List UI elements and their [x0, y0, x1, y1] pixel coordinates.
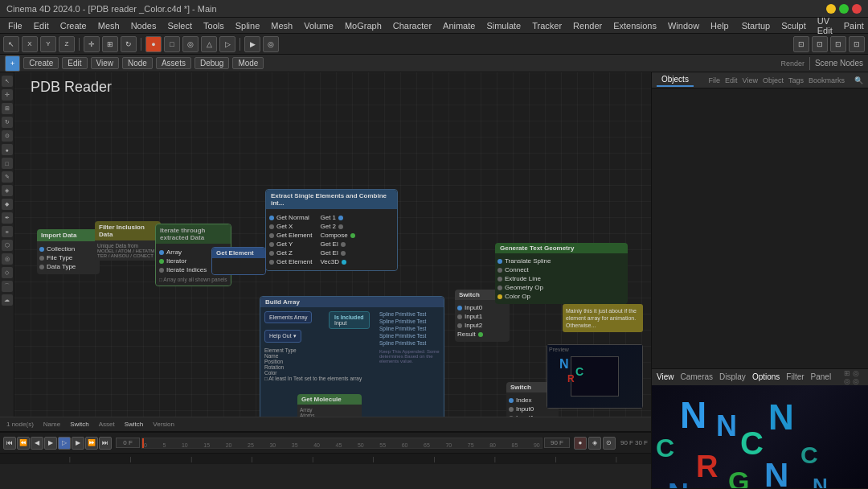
sidebar-brush[interactable]: ◆: [2, 199, 13, 210]
menu-volume[interactable]: Volume: [299, 19, 338, 32]
node-gen-text[interactable]: Generate Text Geometry Translate Spline …: [495, 243, 628, 304]
menu-window[interactable]: Window: [663, 19, 704, 32]
menu-tools[interactable]: Tools: [199, 19, 229, 32]
obj-file[interactable]: File: [709, 76, 721, 84]
layout-paint[interactable]: Paint: [839, 19, 868, 32]
obj-object[interactable]: Object: [763, 76, 784, 84]
sec-view[interactable]: View: [91, 57, 120, 69]
sec-assets[interactable]: Assets: [156, 57, 191, 69]
sidebar-pin[interactable]: ●: [2, 144, 13, 155]
sec-node[interactable]: Node: [122, 57, 153, 69]
tab-objects[interactable]: Objects: [657, 73, 694, 87]
toolbar-render2[interactable]: ◎: [263, 36, 279, 52]
menu-spline[interactable]: Spline: [231, 19, 265, 32]
toolbar-obj4[interactable]: ⊡: [849, 36, 865, 52]
toolbar-move[interactable]: ✛: [84, 36, 100, 52]
btn-next-key[interactable]: ⏩: [85, 437, 98, 450]
btn-goto-start[interactable]: ⏮: [3, 437, 16, 450]
sec-add[interactable]: +: [5, 55, 20, 72]
obj-bookmarks[interactable]: Bookmarks: [809, 76, 845, 84]
sec-create[interactable]: Create: [23, 57, 59, 69]
sidebar-move[interactable]: ✛: [2, 89, 13, 101]
sidebar-snap[interactable]: ⊙: [2, 130, 13, 142]
toolbar-rotate[interactable]: ↻: [121, 36, 137, 52]
sidebar-edit[interactable]: ✎: [2, 171, 13, 183]
btn-goto-end[interactable]: ⏭: [99, 437, 112, 450]
node-get-element[interactable]: Get Element: [211, 247, 266, 275]
minimize-button[interactable]: [826, 4, 836, 14]
menu-help[interactable]: Help: [706, 19, 734, 32]
obj-tags[interactable]: Tags: [788, 76, 804, 84]
toolbar-obj3[interactable]: ⊡: [830, 36, 846, 52]
sidebar-spl[interactable]: ⌒: [2, 281, 13, 292]
sidebar-layers[interactable]: ≡: [2, 226, 13, 237]
toolbar-scale[interactable]: ⊞: [102, 36, 118, 52]
menu-edit[interactable]: Edit: [29, 19, 54, 32]
menu-file[interactable]: File: [3, 19, 27, 32]
btn-play-stop[interactable]: ▶: [44, 437, 57, 450]
toolbar-b3[interactable]: △: [201, 36, 217, 52]
maximize-button[interactable]: [839, 4, 849, 14]
obj-search[interactable]: 🔍: [854, 76, 863, 84]
toolbar-x[interactable]: X: [22, 36, 38, 52]
menu-simulate[interactable]: Simulate: [481, 19, 526, 32]
timeline-track[interactable]: 0 5 10 15 20 25 30 35 40 45 50 55 60 65 …: [141, 438, 542, 449]
btn-play-forward[interactable]: ▷: [58, 437, 71, 450]
btn-prev-key[interactable]: ⏪: [17, 437, 30, 450]
toolbar-b1[interactable]: □: [164, 36, 180, 52]
node-import-data[interactable]: Import Data Collection File Type Data Ty…: [37, 229, 100, 274]
toolbar-render1[interactable]: ▶: [244, 36, 260, 52]
toolbar-z[interactable]: Z: [59, 36, 75, 52]
sidebar-cursor[interactable]: ↖: [2, 76, 13, 87]
sidebar-scale[interactable]: ⊞: [2, 103, 13, 114]
sec-edit[interactable]: Edit: [62, 57, 87, 69]
vp-tab-panel[interactable]: Panel: [811, 372, 832, 381]
close-button[interactable]: [852, 4, 862, 14]
menu-mesh2[interactable]: Mesh: [266, 19, 297, 32]
layout-startup[interactable]: Startup: [737, 19, 775, 32]
menu-tracker[interactable]: Tracker: [527, 19, 567, 32]
timeline-btn3[interactable]: ⊙: [603, 437, 616, 450]
sidebar-node[interactable]: □: [2, 158, 13, 169]
toolbar-b4[interactable]: ▷: [219, 36, 235, 52]
obj-edit[interactable]: Edit: [725, 76, 738, 84]
sec-debug[interactable]: Debug: [194, 57, 229, 69]
toolbar-obj2[interactable]: ⊡: [812, 36, 828, 52]
timeline-btn2[interactable]: ◈: [588, 437, 601, 450]
menu-extensions[interactable]: Extensions: [608, 19, 661, 32]
vp-tab-filter[interactable]: Filter: [786, 372, 804, 381]
node-filter-inclusion[interactable]: Filter Inclusion Data Unique Data from M…: [95, 221, 161, 261]
sidebar-mat[interactable]: ◇: [2, 267, 13, 278]
vp-tab-view[interactable]: View: [657, 372, 674, 381]
sidebar-sky[interactable]: ☁: [2, 294, 13, 306]
sidebar-obj[interactable]: ◎: [2, 253, 13, 265]
vp-tab-display[interactable]: Display: [719, 372, 746, 381]
menu-nodes[interactable]: Nodes: [126, 19, 162, 32]
vp-tab-options[interactable]: Options: [752, 372, 780, 381]
node-extract[interactable]: Extract Single Elements and Combine int.…: [265, 189, 398, 271]
sidebar-rotate[interactable]: ↻: [2, 117, 13, 128]
btn-step-back[interactable]: ◀: [31, 437, 43, 450]
vp-tab-cameras[interactable]: Cameras: [681, 372, 714, 381]
toolbar-snap[interactable]: ●: [145, 36, 162, 52]
menu-render[interactable]: Render: [568, 19, 607, 32]
menu-character[interactable]: Character: [388, 19, 436, 32]
menu-mograph[interactable]: MoGraph: [340, 19, 387, 32]
menu-mesh[interactable]: Mesh: [93, 19, 125, 32]
sidebar-pen[interactable]: ✒: [2, 212, 13, 224]
sidebar-geo[interactable]: ⬡: [2, 240, 13, 251]
obj-view[interactable]: View: [743, 76, 758, 84]
toolbar-y[interactable]: Y: [40, 36, 56, 52]
frame-counter[interactable]: 0 F: [116, 438, 140, 448]
sec-mode[interactable]: Mode: [232, 57, 264, 69]
menu-animate[interactable]: Animate: [438, 19, 480, 32]
menu-select[interactable]: Select: [162, 19, 197, 32]
end-frame[interactable]: 90 F: [544, 438, 570, 448]
layout-sculpt[interactable]: Sculpt: [776, 19, 811, 32]
toolbar-obj1[interactable]: ⊡: [793, 36, 809, 52]
timeline-btn1[interactable]: ●: [574, 437, 587, 450]
menu-create[interactable]: Create: [55, 19, 92, 32]
btn-step-fwd[interactable]: ▶: [72, 437, 84, 450]
sidebar-view[interactable]: ◈: [2, 185, 13, 196]
toolbar-cursor[interactable]: ↖: [3, 36, 19, 52]
